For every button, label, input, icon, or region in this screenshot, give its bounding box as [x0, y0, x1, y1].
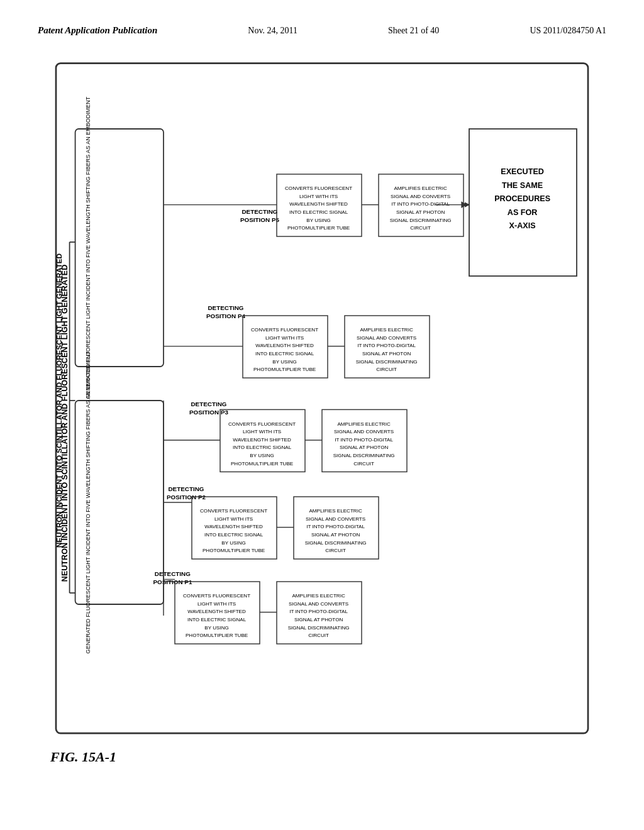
svg-text:WAVELENGTH SHIFTED: WAVELENGTH SHIFTED [187, 609, 246, 614]
svg-text:BY USING: BY USING [272, 359, 296, 365]
executed-label: EXECUTED [501, 167, 544, 176]
diagram-svg: NEUTRON INCIDENT INTO SCINTILLATOR AND F… [39, 61, 605, 740]
patent-number: US 2011/0284750 A1 [530, 26, 606, 36]
svg-text:SIGNAL AT PHOTON: SIGNAL AT PHOTON [294, 617, 343, 622]
svg-text:BY USING: BY USING [306, 218, 330, 223]
svg-text:SIGNAL AND CONVERTS: SIGNAL AND CONVERTS [334, 429, 394, 434]
svg-text:CIRCUIT: CIRCUIT [376, 367, 397, 372]
svg-text:IT INTO PHOTO-DIGITAL: IT INTO PHOTO-DIGITAL [357, 343, 416, 348]
svg-text:INTO ELECTRIC SIGNAL: INTO ELECTRIC SIGNAL [233, 445, 292, 450]
sheet-label: Sheet 21 of 40 [388, 26, 439, 36]
svg-text:BY USING: BY USING [221, 540, 245, 546]
svg-text:PHOTOMULTIPLIER TUBE: PHOTOMULTIPLIER TUBE [287, 225, 350, 231]
svg-text:SIGNAL AND CONVERTS: SIGNAL AND CONVERTS [391, 194, 451, 199]
svg-text:INTO ELECTRIC SIGNAL: INTO ELECTRIC SIGNAL [255, 351, 314, 357]
svg-text:IT INTO PHOTO-DIGITAL: IT INTO PHOTO-DIGITAL [335, 437, 393, 443]
branch2-text: GENERATED FLUORESCENT LIGHT INCIDENT INT… [85, 96, 91, 399]
svg-text:IT INTO PHOTO-DIGITAL: IT INTO PHOTO-DIGITAL [289, 609, 348, 614]
svg-text:SIGNAL AT PHOTON: SIGNAL AT PHOTON [396, 209, 445, 215]
detect-p1: DETECTING [155, 570, 191, 577]
svg-text:PHOTOMULTIPLIER TUBE: PHOTOMULTIPLIER TUBE [186, 633, 248, 638]
svg-text:CIRCUIT: CIRCUIT [308, 633, 329, 638]
svg-text:WAVELENGTH SHIFTED: WAVELENGTH SHIFTED [255, 343, 314, 348]
svg-text:WAVELENGTH SHIFTED: WAVELENGTH SHIFTED [233, 437, 291, 443]
svg-marker-101 [461, 201, 467, 208]
svg-text:PHOTOMULTIPLIER TUBE: PHOTOMULTIPLIER TUBE [253, 367, 316, 372]
svg-text:WAVELENGTH SHIFTED: WAVELENGTH SHIFTED [289, 201, 348, 207]
date-label: Nov. 24, 2011 [248, 26, 297, 36]
svg-text:SIGNAL AT PHOTON: SIGNAL AT PHOTON [340, 445, 389, 450]
svg-text:SIGNAL AT PHOTON: SIGNAL AT PHOTON [311, 532, 360, 538]
svg-text:CIRCUIT: CIRCUIT [410, 225, 431, 231]
neutron-label: NEUTRON INCIDENT INTO SCINTILLATOR AND F… [55, 253, 63, 548]
detect-p3: DETECTING [191, 401, 226, 407]
svg-text:SIGNAL DISCRIMINATING: SIGNAL DISCRIMINATING [288, 625, 350, 631]
svg-text:LIGHT WITH ITS: LIGHT WITH ITS [299, 194, 338, 199]
svg-text:AMPLIFIES ELECTRIC: AMPLIFIES ELECTRIC [309, 508, 362, 514]
svg-text:CONVERTS FLUORESCENT: CONVERTS FLUORESCENT [251, 327, 318, 333]
svg-text:CONVERTS FLUORESCENT: CONVERTS FLUORESCENT [183, 593, 250, 599]
svg-text:AS FOR: AS FOR [508, 208, 538, 217]
svg-text:SIGNAL DISCRIMINATING: SIGNAL DISCRIMINATING [356, 359, 418, 365]
svg-text:CIRCUIT: CIRCUIT [325, 548, 346, 553]
svg-text:CONVERTS FLUORESCENT: CONVERTS FLUORESCENT [285, 185, 352, 191]
svg-text:POSITION P5: POSITION P5 [240, 216, 280, 223]
svg-text:SIGNAL DISCRIMINATING: SIGNAL DISCRIMINATING [390, 218, 452, 223]
svg-text:THE SAME: THE SAME [502, 181, 543, 190]
svg-text:LIGHT WITH ITS: LIGHT WITH ITS [243, 429, 282, 434]
svg-text:PHOTOMULTIPLIER TUBE: PHOTOMULTIPLIER TUBE [203, 548, 265, 553]
svg-text:AMPLIFIES ELECTRIC: AMPLIFIES ELECTRIC [337, 421, 391, 427]
svg-text:LIGHT WITH ITS: LIGHT WITH ITS [265, 335, 304, 341]
svg-text:BY USING: BY USING [204, 625, 228, 631]
svg-text:X-AXIS: X-AXIS [509, 221, 536, 230]
svg-text:SIGNAL AND CONVERTS: SIGNAL AND CONVERTS [289, 601, 349, 607]
diagram-container: NEUTRON INCIDENT INTO SCINTILLATOR AND F… [38, 55, 606, 784]
svg-text:AMPLIFIES ELECTRIC: AMPLIFIES ELECTRIC [360, 327, 413, 333]
svg-text:IT INTO PHOTO-DIGITAL: IT INTO PHOTO-DIGITAL [306, 524, 365, 529]
detect-p4: DETECTING [208, 304, 243, 311]
svg-text:WAVELENGTH SHIFTED: WAVELENGTH SHIFTED [204, 524, 263, 529]
svg-text:PROCEDURES: PROCEDURES [494, 194, 550, 203]
svg-text:LIGHT WITH ITS: LIGHT WITH ITS [214, 516, 253, 522]
publication-label: Patent Application Publication [38, 25, 157, 36]
svg-text:SIGNAL DISCRIMINATING: SIGNAL DISCRIMINATING [305, 540, 367, 546]
page: Patent Application Publication Nov. 24, … [0, 0, 644, 830]
svg-text:PHOTOMULTIPLIER TUBE: PHOTOMULTIPLIER TUBE [231, 461, 294, 467]
svg-text:CIRCUIT: CIRCUIT [353, 461, 374, 467]
svg-text:AMPLIFIES ELECTRIC: AMPLIFIES ELECTRIC [394, 185, 447, 191]
svg-text:CONVERTS FLUORESCENT: CONVERTS FLUORESCENT [200, 508, 267, 514]
figure-label: FIG. 15A-1 [50, 749, 116, 765]
page-header: Patent Application Publication Nov. 24, … [38, 25, 606, 42]
svg-text:INTO ELECTRIC SIGNAL: INTO ELECTRIC SIGNAL [289, 209, 348, 215]
svg-text:INTO ELECTRIC SIGNAL: INTO ELECTRIC SIGNAL [204, 532, 264, 538]
detect-p2: DETECTING [168, 485, 204, 492]
svg-text:INTO ELECTRIC SIGNAL: INTO ELECTRIC SIGNAL [187, 617, 247, 622]
detect-p5: DETECTING [242, 208, 277, 215]
svg-text:SIGNAL AT PHOTON: SIGNAL AT PHOTON [362, 351, 411, 357]
svg-text:CONVERTS FLUORESCENT: CONVERTS FLUORESCENT [228, 421, 296, 427]
svg-text:SIGNAL DISCRIMINATING: SIGNAL DISCRIMINATING [333, 453, 395, 458]
svg-text:AMPLIFIES ELECTRIC: AMPLIFIES ELECTRIC [292, 593, 345, 599]
svg-text:BY USING: BY USING [250, 453, 274, 458]
svg-text:SIGNAL AND CONVERTS: SIGNAL AND CONVERTS [306, 516, 366, 522]
svg-text:LIGHT WITH ITS: LIGHT WITH ITS [197, 601, 236, 607]
svg-text:POSITION P4: POSITION P4 [206, 313, 246, 319]
svg-text:SIGNAL AND CONVERTS: SIGNAL AND CONVERTS [357, 335, 417, 341]
